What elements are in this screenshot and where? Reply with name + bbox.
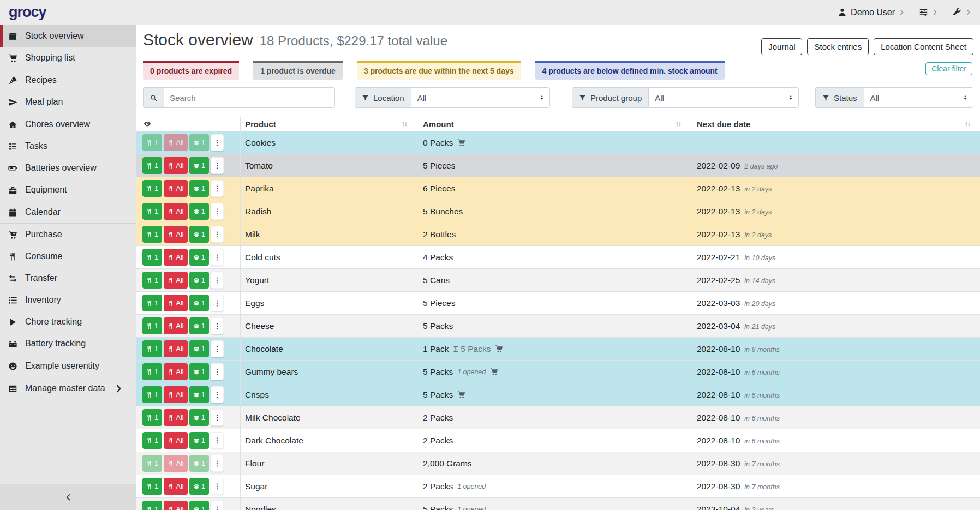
consume-one-button[interactable]: 1 — [142, 295, 162, 311]
row-menu-button[interactable] — [211, 317, 224, 334]
admin-menu[interactable] — [952, 8, 971, 17]
sort-icon[interactable] — [401, 121, 408, 128]
sidebar-item-shopping-list[interactable]: Shopping list — [0, 47, 136, 69]
status-chip-due-soon[interactable]: 3 products are due within the next 5 day… — [357, 61, 521, 80]
consume-one-button[interactable]: 1 — [142, 386, 162, 403]
sidebar-item-stock-overview[interactable]: Stock overview — [0, 25, 136, 47]
sidebar-item-calendar[interactable]: Calendar — [0, 201, 136, 223]
consume-all-button[interactable]: All — [164, 363, 187, 380]
consume-all-button[interactable]: All — [164, 501, 187, 510]
consume-all-button[interactable]: All — [164, 409, 187, 426]
sidebar-item-purchase[interactable]: Purchase — [0, 224, 136, 245]
user-menu[interactable]: Demo User — [838, 8, 905, 17]
consume-all-button[interactable]: All — [164, 226, 187, 243]
sidebar-collapse-button[interactable] — [0, 484, 136, 510]
mark-opened-button[interactable]: 1 — [189, 317, 209, 334]
sidebar-item-recipes[interactable]: Recipes — [0, 69, 136, 91]
eye-icon[interactable] — [143, 119, 152, 128]
mark-opened-button[interactable]: 1 — [189, 501, 209, 510]
consume-all-button[interactable]: All — [164, 340, 187, 357]
row-menu-button[interactable] — [211, 295, 224, 311]
consume-one-button[interactable]: 1 — [142, 455, 162, 472]
mark-opened-button[interactable]: 1 — [189, 478, 209, 495]
mark-opened-button[interactable]: 1 — [189, 203, 209, 220]
consume-one-button[interactable]: 1 — [142, 226, 162, 243]
consume-one-button[interactable]: 1 — [142, 157, 162, 174]
settings-menu[interactable] — [919, 8, 938, 17]
sidebar-item-transfer[interactable]: Transfer — [0, 267, 136, 289]
consume-all-button[interactable]: All — [164, 478, 187, 495]
location-content-sheet-button[interactable]: Location Content Sheet — [874, 38, 973, 55]
row-menu-button[interactable] — [211, 409, 224, 426]
consume-all-button[interactable]: All — [164, 455, 187, 472]
status-select[interactable]: All — [864, 87, 973, 108]
consume-all-button[interactable]: All — [164, 317, 187, 334]
sidebar-item-tasks[interactable]: Tasks — [0, 135, 136, 157]
row-menu-button[interactable] — [211, 363, 224, 380]
sidebar-item-manage-master-data[interactable]: Manage master data — [0, 377, 136, 399]
consume-all-button[interactable]: All — [164, 272, 187, 289]
consume-all-button[interactable]: All — [164, 134, 187, 151]
consume-one-button[interactable]: 1 — [142, 409, 162, 426]
sidebar-item-battery-tracking[interactable]: Battery tracking — [0, 333, 136, 355]
mark-opened-button[interactable]: 1 — [189, 386, 209, 403]
consume-one-button[interactable]: 1 — [142, 272, 162, 289]
sidebar-item-batteries-overview[interactable]: Batteries overview — [0, 157, 136, 179]
row-menu-button[interactable] — [211, 226, 224, 243]
row-menu-button[interactable] — [211, 340, 224, 357]
mark-opened-button[interactable]: 1 — [189, 295, 209, 311]
consume-all-button[interactable]: All — [164, 180, 187, 197]
sidebar-item-consume[interactable]: Consume — [0, 245, 136, 267]
mark-opened-button[interactable]: 1 — [189, 226, 209, 243]
sidebar-item-inventory[interactable]: Inventory — [0, 289, 136, 311]
consume-one-button[interactable]: 1 — [142, 501, 162, 510]
mark-opened-button[interactable]: 1 — [189, 249, 209, 266]
consume-all-button[interactable]: All — [164, 157, 187, 174]
consume-all-button[interactable]: All — [164, 432, 187, 449]
consume-all-button[interactable]: All — [164, 249, 187, 266]
sidebar-item-chore-tracking[interactable]: Chore tracking — [0, 311, 136, 333]
mark-opened-button[interactable]: 1 — [189, 180, 209, 197]
consume-one-button[interactable]: 1 — [142, 180, 162, 197]
mark-opened-button[interactable]: 1 — [189, 134, 209, 151]
status-chip-below-min[interactable]: 4 products are below defined min. stock … — [535, 61, 725, 80]
consume-all-button[interactable]: All — [164, 386, 187, 403]
clear-filter-button[interactable]: Clear filter — [925, 62, 972, 75]
product-group-select[interactable]: All — [648, 87, 799, 108]
row-menu-button[interactable] — [211, 501, 224, 510]
mark-opened-button[interactable]: 1 — [189, 409, 209, 426]
status-chip-overdue[interactable]: 1 product is overdue — [253, 61, 343, 80]
mark-opened-button[interactable]: 1 — [189, 363, 209, 380]
search-input[interactable] — [164, 87, 335, 108]
consume-one-button[interactable]: 1 — [142, 317, 162, 334]
row-menu-button[interactable] — [211, 478, 224, 495]
stock-entries-button[interactable]: Stock entries — [807, 38, 869, 55]
sort-icon[interactable] — [675, 121, 682, 128]
row-menu-button[interactable] — [211, 455, 224, 472]
consume-one-button[interactable]: 1 — [142, 203, 162, 220]
mark-opened-button[interactable]: 1 — [189, 157, 209, 174]
mark-opened-button[interactable]: 1 — [189, 340, 209, 357]
consume-all-button[interactable]: All — [164, 295, 187, 311]
location-select[interactable]: All — [411, 87, 550, 108]
row-menu-button[interactable] — [211, 386, 224, 403]
app-logo[interactable]: grocy — [9, 4, 46, 21]
consume-one-button[interactable]: 1 — [142, 478, 162, 495]
consume-one-button[interactable]: 1 — [142, 432, 162, 449]
row-menu-button[interactable] — [211, 432, 224, 449]
column-header-next-due-date[interactable]: Next due date — [686, 119, 980, 129]
sidebar-item-chores-overview[interactable]: Chores overview — [0, 113, 136, 135]
mark-opened-button[interactable]: 1 — [189, 455, 209, 472]
consume-one-button[interactable]: 1 — [142, 249, 162, 266]
sidebar-item-example-userentity[interactable]: Example userentity — [0, 355, 136, 377]
consume-one-button[interactable]: 1 — [142, 340, 162, 357]
row-menu-button[interactable] — [211, 134, 224, 151]
consume-one-button[interactable]: 1 — [142, 363, 162, 380]
journal-button[interactable]: Journal — [761, 38, 802, 55]
row-menu-button[interactable] — [211, 249, 224, 266]
consume-one-button[interactable]: 1 — [142, 134, 162, 151]
column-header-amount[interactable]: Amount — [414, 119, 686, 129]
column-header-product[interactable]: Product — [241, 119, 414, 129]
consume-all-button[interactable]: All — [164, 203, 187, 220]
row-menu-button[interactable] — [211, 272, 224, 289]
